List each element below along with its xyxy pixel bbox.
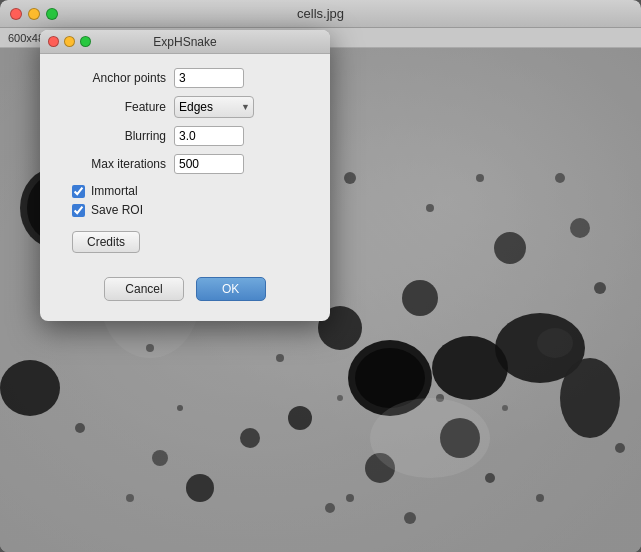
- immortal-checkbox[interactable]: [72, 185, 85, 198]
- exphsnake-dialog: ExpHSnake Anchor points Feature Edges Ri…: [40, 30, 330, 321]
- blurring-label: Blurring: [56, 129, 166, 143]
- cancel-button[interactable]: Cancel: [104, 277, 183, 301]
- feature-label: Feature: [56, 100, 166, 114]
- dialog-title-bar: ExpHSnake: [40, 30, 330, 54]
- checkbox-section: Immortal Save ROI: [56, 184, 314, 217]
- credits-button[interactable]: Credits: [72, 231, 140, 253]
- blurring-input[interactable]: [174, 126, 244, 146]
- max-iterations-input[interactable]: [174, 154, 244, 174]
- blurring-row: Blurring: [56, 126, 314, 146]
- anchor-points-label: Anchor points: [56, 71, 166, 85]
- max-iterations-label: Max iterations: [56, 157, 166, 171]
- dialog-minimize-button[interactable]: [64, 36, 75, 47]
- feature-select[interactable]: Edges Ridges Laplacian: [174, 96, 254, 118]
- save-roi-row: Save ROI: [72, 203, 314, 217]
- dialog-maximize-button[interactable]: [80, 36, 91, 47]
- feature-row: Feature Edges Ridges Laplacian ▼: [56, 96, 314, 118]
- credits-section: Credits: [56, 227, 314, 267]
- dialog-window-buttons: [48, 36, 91, 47]
- save-roi-checkbox[interactable]: [72, 204, 85, 217]
- anchor-points-input[interactable]: [174, 68, 244, 88]
- save-roi-label[interactable]: Save ROI: [91, 203, 143, 217]
- anchor-points-row: Anchor points: [56, 68, 314, 88]
- dialog-close-button[interactable]: [48, 36, 59, 47]
- dialog-footer: Cancel OK: [56, 277, 314, 305]
- main-window: cells.jpg 600x480 pixels; 8-bit; 281K: [0, 0, 641, 552]
- ok-button[interactable]: OK: [196, 277, 266, 301]
- dialog-content: Anchor points Feature Edges Ridges Lapla…: [40, 54, 330, 321]
- max-iterations-row: Max iterations: [56, 154, 314, 174]
- feature-select-wrapper: Edges Ridges Laplacian ▼: [174, 96, 254, 118]
- dialog-overlay: ExpHSnake Anchor points Feature Edges Ri…: [0, 0, 641, 552]
- immortal-row: Immortal: [72, 184, 314, 198]
- immortal-label[interactable]: Immortal: [91, 184, 138, 198]
- dialog-title: ExpHSnake: [153, 35, 216, 49]
